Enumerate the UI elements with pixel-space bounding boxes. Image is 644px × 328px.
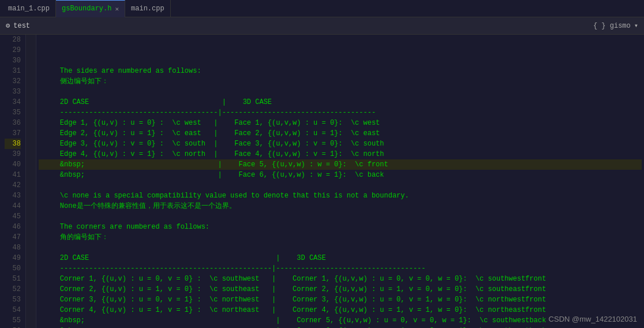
code-line-43 xyxy=(39,211,642,222)
code-line-42: None是一个特殊的兼容性值，用于表示这不是一个边界。 xyxy=(39,201,642,211)
code-line-30: 侧边编号如下： xyxy=(39,76,642,87)
code-line-39: &nbsp; | Face 6, {(u,v,w) : w = 1}: \c b… xyxy=(39,170,642,180)
line-num-43: 43 xyxy=(5,191,21,201)
code-line-41: \c none is a special compatibility value… xyxy=(39,191,642,201)
code-line-32: 2D CASE | 3D CASE xyxy=(39,97,642,107)
code-line-37: Edge 4, {(u,v) : v = 1} : \c north | Fac… xyxy=(39,149,642,159)
tab-main-label: main.cpp xyxy=(131,5,164,13)
line-num-49: 49 xyxy=(5,253,21,263)
dropdown-icon[interactable]: ▾ xyxy=(634,21,638,30)
tab-main[interactable]: main.cpp xyxy=(125,0,171,17)
line-num-37: 37 xyxy=(5,128,21,139)
code-line-36: Edge 3, {(u,v) : v = 0} : \c south | Fac… xyxy=(39,139,642,149)
code-line-49: Corner 1, {(u,v) : u = 0, v = 0} : \c so… xyxy=(39,274,642,284)
code-content[interactable]: The sides are numbered as follows: 侧边编号如… xyxy=(36,35,644,328)
code-line-31 xyxy=(39,87,642,97)
code-line-44: The corners are numbered as follows: xyxy=(39,222,642,232)
code-line-46 xyxy=(39,243,642,253)
code-line-40 xyxy=(39,180,642,191)
line-num-48: 48 xyxy=(5,243,21,253)
line-num-28: 28 xyxy=(5,35,21,45)
line-num-38: 38 xyxy=(5,139,21,149)
toolbar-left: ⚙ test xyxy=(6,21,587,30)
line-num-40: 40 xyxy=(5,159,21,170)
line-num-36: 36 xyxy=(5,118,21,128)
line-num-54: 54 xyxy=(5,305,21,315)
csdn-watermark: CSDN @mw_1422102031 xyxy=(549,315,637,323)
line-num-41: 41 xyxy=(5,170,21,180)
line-num-51: 51 xyxy=(5,274,21,284)
code-line-29: The sides are numbered as follows: xyxy=(39,66,642,76)
line-num-32: 32 xyxy=(5,76,21,87)
code-line-50: Corner 2, {(u,v) : u = 1, v = 0} : \c so… xyxy=(39,284,642,295)
code-line-45: 角的编号如下： xyxy=(39,232,642,243)
line-num-45: 45 xyxy=(5,211,21,222)
tab-gsboundary-label: gsBoundary.h xyxy=(62,5,111,13)
editor-area: 2829303132333435363738394041424344454647… xyxy=(0,35,644,328)
code-line-51: Corner 3, {(u,v) : u = 0, v = 1} : \c no… xyxy=(39,295,642,305)
context-label: { } gismo xyxy=(593,22,631,30)
line-num-44: 44 xyxy=(5,201,21,211)
line-num-31: 31 xyxy=(5,66,21,76)
line-num-39: 39 xyxy=(5,149,21,159)
code-line-38: &nbsp; | Face 5, {(u,v,w) : w = 0}: \c f… xyxy=(39,159,642,170)
line-num-56: 56 xyxy=(5,326,21,328)
code-line-54: &nbsp; | Corner 6, {(u,v,w) : u = 1, v =… xyxy=(39,326,642,328)
code-line-33: --------------------------------------|-… xyxy=(39,107,642,118)
tab-main1-label: main_1.cpp xyxy=(8,5,50,13)
tab-main1[interactable]: main_1.cpp xyxy=(2,0,56,17)
gutter xyxy=(26,35,36,328)
tab-gsboundary[interactable]: gsBoundary.h ✕ xyxy=(56,0,125,17)
code-line-52: Corner 4, {(u,v) : u = 1, v = 1} : \c no… xyxy=(39,305,642,315)
toolbar: ⚙ test { } gismo ▾ xyxy=(0,17,644,35)
code-line-28 xyxy=(39,55,642,66)
toolbar-right: { } gismo ▾ xyxy=(593,21,638,30)
line-num-29: 29 xyxy=(5,45,21,55)
code-line-48: ----------------------------------------… xyxy=(39,263,642,274)
line-numbers: 2829303132333435363738394041424344454647… xyxy=(0,35,26,328)
code-line-35: Edge 2, {(u,v) : u = 1} : \c east | Face… xyxy=(39,128,642,139)
line-num-53: 53 xyxy=(5,295,21,305)
close-icon[interactable]: ✕ xyxy=(115,5,119,13)
line-num-34: 34 xyxy=(5,97,21,107)
line-num-52: 52 xyxy=(5,284,21,295)
line-num-30: 30 xyxy=(5,55,21,66)
project-name[interactable]: test xyxy=(13,22,30,30)
line-num-50: 50 xyxy=(5,263,21,274)
line-num-46: 46 xyxy=(5,222,21,232)
line-num-55: 55 xyxy=(5,315,21,326)
project-icon: ⚙ xyxy=(6,21,10,30)
tab-bar: main_1.cpp gsBoundary.h ✕ main.cpp xyxy=(0,0,644,17)
line-num-35: 35 xyxy=(5,107,21,118)
code-line-34: Edge 1, {(u,v) : u = 0} : \c west | Face… xyxy=(39,118,642,128)
line-num-42: 42 xyxy=(5,180,21,191)
line-num-33: 33 xyxy=(5,87,21,97)
line-num-47: 47 xyxy=(5,232,21,243)
code-line-47: 2D CASE | 3D CASE xyxy=(39,253,642,263)
